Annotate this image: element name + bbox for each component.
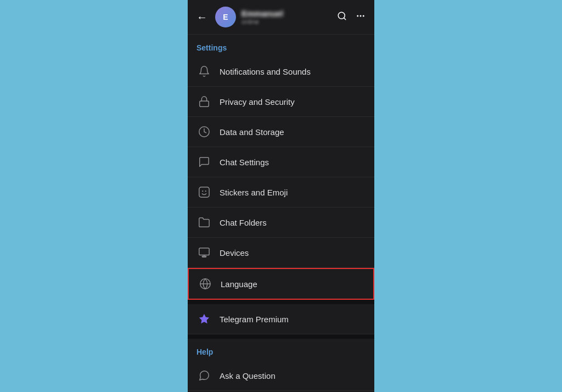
menu-item-ask[interactable]: Ask a Question	[188, 361, 374, 391]
divider-2	[188, 334, 374, 339]
svg-marker-15	[199, 314, 209, 323]
settings-section-label: Settings	[188, 35, 374, 57]
svg-point-3	[360, 15, 362, 16]
svg-point-9	[205, 191, 206, 192]
folders-label: Chat Folders	[220, 218, 267, 227]
svg-rect-10	[199, 248, 209, 255]
svg-point-4	[363, 15, 364, 16]
svg-rect-7	[199, 187, 209, 197]
profile-status: online	[241, 18, 331, 26]
premium-label: Telegram Premium	[220, 315, 289, 324]
data-label: Data and Storage	[220, 127, 284, 137]
star-icon	[196, 311, 212, 327]
svg-point-8	[202, 191, 203, 192]
menu-item-language[interactable]: Language	[188, 268, 374, 300]
menu-item-data[interactable]: Data and Storage	[188, 117, 374, 147]
language-label: Language	[221, 279, 257, 289]
settings-list: Settings Notifications and Sounds Privac…	[188, 35, 374, 392]
menu-item-premium[interactable]: Telegram Premium	[188, 304, 374, 334]
ask-label: Ask a Question	[220, 371, 276, 380]
notifications-label: Notifications and Sounds	[220, 67, 311, 76]
profile-name: Emmanuel	[241, 9, 331, 18]
menu-item-devices[interactable]: Devices	[188, 238, 374, 268]
folder-icon	[196, 215, 212, 230]
devices-label: Devices	[220, 248, 249, 257]
svg-line-1	[344, 18, 345, 19]
chat-label: Chat Settings	[220, 158, 269, 167]
divider	[188, 300, 374, 304]
svg-rect-5	[200, 101, 209, 107]
clock-icon	[196, 124, 212, 139]
message-icon	[196, 368, 212, 383]
phone-container: ← E Emmanuel online Settings	[188, 0, 374, 392]
globe-icon	[198, 276, 213, 292]
more-icon[interactable]	[356, 11, 366, 24]
back-button[interactable]: ←	[196, 11, 207, 24]
svg-point-2	[357, 15, 358, 16]
menu-item-notifications[interactable]: Notifications and Sounds	[188, 57, 374, 87]
header-info: Emmanuel online	[241, 9, 331, 26]
emoji-icon	[196, 184, 212, 200]
bell-icon	[196, 64, 212, 79]
privacy-label: Privacy and Security	[220, 97, 295, 107]
search-icon[interactable]	[337, 11, 347, 24]
menu-item-privacy[interactable]: Privacy and Security	[188, 87, 374, 117]
menu-item-stickers[interactable]: Stickers and Emoji	[188, 177, 374, 208]
stickers-label: Stickers and Emoji	[220, 188, 288, 197]
menu-item-chat[interactable]: Chat Settings	[188, 147, 374, 177]
devices-icon	[196, 245, 212, 260]
chat-icon	[196, 154, 212, 170]
help-section-label: Help	[188, 339, 374, 361]
lock-icon	[196, 94, 212, 109]
header-actions	[337, 11, 366, 24]
menu-item-folders[interactable]: Chat Folders	[188, 208, 374, 238]
header: ← E Emmanuel online	[188, 0, 374, 35]
avatar: E	[215, 7, 236, 27]
